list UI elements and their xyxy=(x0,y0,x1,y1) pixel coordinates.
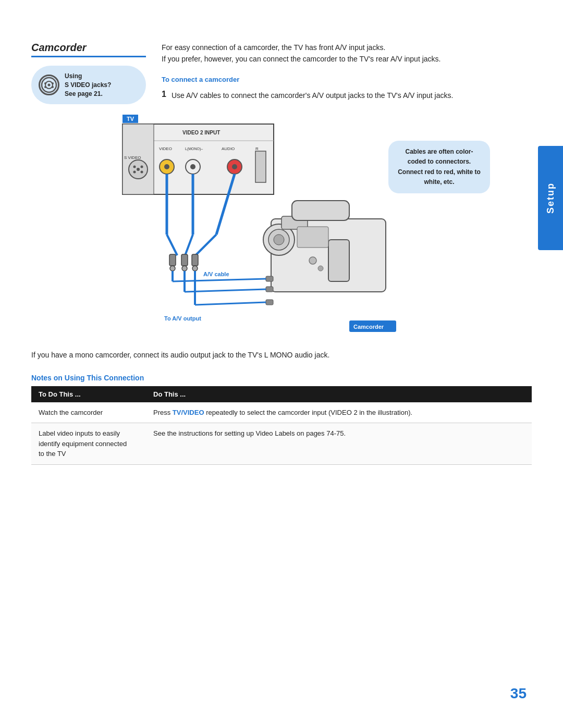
svg-text:VIDEO: VIDEO xyxy=(159,146,172,151)
info-table: To Do This ... Do This ... Watch the cam… xyxy=(31,386,532,465)
svg-line-33 xyxy=(195,235,216,255)
svg-rect-27 xyxy=(255,151,266,182)
table-header-row: To Do This ... Do This ... xyxy=(31,386,532,402)
svg-rect-37 xyxy=(181,254,188,266)
svg-point-2 xyxy=(52,82,54,84)
svg-point-0 xyxy=(42,78,56,92)
svideo-callout-box: Using S VIDEO jacks? See page 21. xyxy=(31,66,146,104)
table-row: Watch the camcorder Press TV/VIDEO repea… xyxy=(31,402,532,423)
svg-line-32 xyxy=(185,235,193,255)
diagram-section: TV VIDEO 2 INPUT S VIDEO VIDEO L(MONO)– … xyxy=(31,115,532,339)
connection-diagram: VIDEO 2 INPUT S VIDEO VIDEO L(MONO)– AUD… xyxy=(31,115,438,339)
table-cell-watch-col1: Watch the camcorder xyxy=(31,402,146,423)
setup-tab: Setup xyxy=(538,146,563,250)
svg-line-58 xyxy=(173,279,266,281)
page-number: 35 xyxy=(510,685,527,702)
svg-rect-55 xyxy=(266,276,273,281)
svg-line-31 xyxy=(167,235,177,255)
svg-point-14 xyxy=(133,171,136,174)
svg-rect-50 xyxy=(328,240,349,281)
svg-point-4 xyxy=(52,86,54,88)
svg-rect-40 xyxy=(192,254,198,266)
svg-text:Camcorder: Camcorder xyxy=(353,324,384,330)
svideo-text: Using S VIDEO jacks? See page 21. xyxy=(65,72,111,98)
svg-rect-52 xyxy=(297,227,328,248)
col2-header: Do This ... xyxy=(146,386,532,402)
table-cell-label-col2: See the instructions for setting up Vide… xyxy=(146,423,532,465)
notes-heading: Notes on Using This Connection xyxy=(31,374,532,382)
svg-point-15 xyxy=(141,171,143,174)
step-text-1: Use A/V cables to connect the camcorder'… xyxy=(172,90,453,101)
svg-point-3 xyxy=(44,86,46,88)
section-title: Camcorder xyxy=(31,42,146,57)
svg-text:A/V cable: A/V cable xyxy=(203,271,229,277)
svg-point-48 xyxy=(274,235,284,245)
svg-text:To A/V output: To A/V output xyxy=(164,315,201,322)
cables-callout: Cables are often color-coded to connecto… xyxy=(388,141,490,193)
left-column: Camcorder Using S VIDEO jac xyxy=(31,42,146,109)
svg-text:AUDIO: AUDIO xyxy=(222,146,235,151)
svideo-connector-icon xyxy=(39,75,59,95)
svg-point-26 xyxy=(232,164,237,169)
svg-point-1 xyxy=(44,82,46,84)
page-container: Setup Camcorder xyxy=(0,0,563,728)
svg-point-22 xyxy=(164,164,169,169)
table-cell-label-col1: Label video inputs to easily identify eq… xyxy=(31,423,146,465)
svg-point-38 xyxy=(182,266,187,271)
svg-text:L(MONO)–: L(MONO)– xyxy=(185,147,203,151)
subheading-connect: To connect a camcorder xyxy=(162,76,532,83)
step-1: 1 Use A/V cables to connect the camcorde… xyxy=(162,90,532,101)
svg-rect-51 xyxy=(292,201,349,220)
svg-text:S VIDEO: S VIDEO xyxy=(124,155,141,160)
svg-point-53 xyxy=(309,257,316,264)
svg-point-35 xyxy=(170,266,175,271)
after-diagram-text: If you have a mono camcorder, connect it… xyxy=(31,349,532,361)
svg-rect-56 xyxy=(266,287,273,292)
main-layout: Camcorder Using S VIDEO jac xyxy=(31,42,532,109)
svg-point-16 xyxy=(137,168,140,171)
table-row: Label video inputs to easily identify eq… xyxy=(31,423,532,465)
svg-point-12 xyxy=(133,166,136,168)
tv-video-link: TV/VIDEO xyxy=(173,409,204,416)
svg-text:VIDEO 2 INPUT: VIDEO 2 INPUT xyxy=(182,130,220,135)
svg-point-54 xyxy=(318,266,323,271)
step-number-1: 1 xyxy=(162,90,166,101)
svg-point-13 xyxy=(141,166,143,168)
svg-point-41 xyxy=(192,266,198,271)
intro-paragraph: For easy connection of a camcorder, the … xyxy=(162,42,532,65)
svg-line-59 xyxy=(185,289,266,292)
col1-header: To Do This ... xyxy=(31,386,146,402)
table-cell-watch-col2: Press TV/VIDEO repeatedly to select the … xyxy=(146,402,532,423)
svg-line-60 xyxy=(195,302,266,305)
setup-tab-label: Setup xyxy=(545,182,556,214)
svg-point-24 xyxy=(190,164,195,169)
svg-point-5 xyxy=(48,84,51,87)
svg-text:R: R xyxy=(255,146,259,151)
right-column: For easy connection of a camcorder, the … xyxy=(162,42,532,109)
svg-rect-34 xyxy=(169,254,176,266)
svg-rect-57 xyxy=(266,300,273,305)
